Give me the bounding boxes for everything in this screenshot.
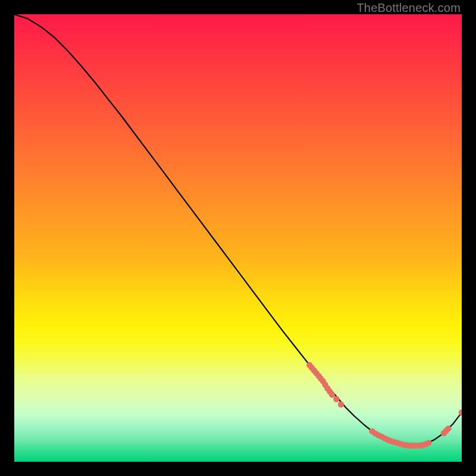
plot-area [14,14,462,462]
chart-frame: TheBottleneck.com [0,0,476,476]
curve-markers [306,362,462,449]
watermark-text: TheBottleneck.com [356,1,461,15]
bottleneck-curve [14,14,462,446]
curve-layer [14,14,462,462]
curve-marker [333,396,339,402]
curve-marker [445,425,451,431]
curve-marker [425,440,431,446]
curve-marker [459,409,462,415]
curve-marker [338,402,344,408]
curve-marker [329,392,335,397]
